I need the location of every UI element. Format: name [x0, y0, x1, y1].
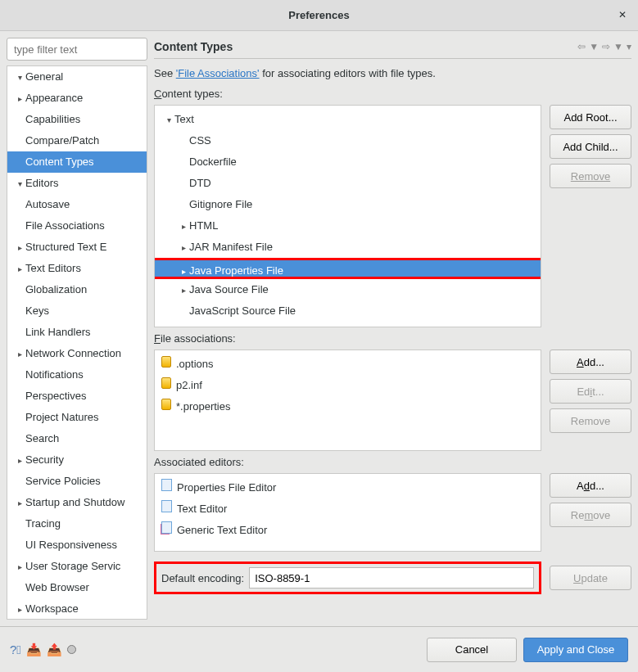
- back-menu-icon[interactable]: ▼: [589, 41, 599, 52]
- content-type-javascript-source-file[interactable]: JavaScript Source File: [155, 300, 541, 322]
- content-type-text[interactable]: ▾Text: [155, 109, 541, 130]
- sidebar-item-search[interactable]: Search: [7, 428, 147, 449]
- encoding-input[interactable]: [249, 567, 534, 589]
- sidebar-item-file-associations[interactable]: File Associations: [7, 215, 147, 237]
- associated-editor-item[interactable]: Text Editor: [155, 498, 541, 520]
- file-associations-link[interactable]: 'File Associations': [176, 67, 260, 79]
- chevron-right-icon[interactable]: ▸: [178, 237, 189, 259]
- chevron-down-icon[interactable]: ▾: [14, 174, 25, 195]
- add-editor-button[interactable]: Add...: [550, 473, 631, 498]
- add-child-button[interactable]: Add Child...: [550, 134, 631, 159]
- import-icon[interactable]: 📥: [26, 643, 42, 657]
- chevron-right-icon[interactable]: ▸: [14, 493, 25, 514]
- sidebar-item-label: Link Handlers: [25, 326, 91, 338]
- chevron-right-icon[interactable]: ▸: [178, 216, 189, 237]
- sidebar-item-network-connection[interactable]: ▸Network Connection: [7, 343, 147, 364]
- content-type-java-properties-file[interactable]: ▸Java Properties File: [154, 258, 541, 279]
- sidebar-item-user-storage-servic[interactable]: ▸User Storage Servic: [7, 556, 147, 577]
- sidebar-item-security[interactable]: ▸Security: [7, 449, 147, 471]
- sidebar-item-globalization[interactable]: Globalization: [7, 279, 147, 300]
- sidebar-item-label: Compare/Patch: [25, 134, 99, 147]
- associated-editors-list[interactable]: Properties File EditorText EditorGeneric…: [154, 473, 541, 552]
- sidebar-item-label: UI Responsiveness: [25, 539, 117, 551]
- sidebar-item-label: Autosave: [25, 198, 70, 210]
- editor-icon: [161, 477, 172, 498]
- content-type-dtd[interactable]: DTD: [155, 173, 541, 194]
- sidebar-item-text-editors[interactable]: ▸Text Editors: [7, 258, 147, 279]
- file-association-item[interactable]: .options: [155, 354, 541, 375]
- remove-content-type-button[interactable]: Remove: [550, 164, 631, 188]
- content-type-gitignore-file[interactable]: Gitignore File: [155, 194, 541, 215]
- content-types-tree[interactable]: ▾TextCSSDockerfileDTDGitignore File▸HTML…: [154, 105, 541, 327]
- remove-association-button[interactable]: Remove: [550, 408, 631, 433]
- sidebar: ▾General▸AppearanceCapabilitiesCompare/P…: [7, 38, 147, 620]
- sidebar-item-notifications[interactable]: Notifications: [7, 364, 147, 386]
- titlebar: Preferences: [0, 0, 638, 31]
- associated-editor-item[interactable]: Properties File Editor: [155, 477, 541, 498]
- sidebar-item-label: Web Browser: [25, 581, 89, 593]
- close-icon[interactable]: [615, 7, 630, 22]
- forward-icon[interactable]: ⇨: [602, 41, 610, 52]
- chevron-right-icon[interactable]: ▸: [14, 557, 25, 578]
- sidebar-item-label: Editors: [25, 177, 58, 189]
- add-root-button[interactable]: Add Root...: [550, 105, 631, 129]
- sidebar-item-keys[interactable]: Keys: [7, 300, 147, 322]
- forward-menu-icon[interactable]: ▼: [613, 41, 623, 52]
- content-type-label: Text: [174, 113, 194, 125]
- chevron-right-icon[interactable]: ▸: [14, 88, 25, 110]
- edit-association-button[interactable]: Edit...: [550, 379, 631, 404]
- remove-editor-button[interactable]: Remove: [550, 503, 631, 527]
- sidebar-item-content-types[interactable]: Content Types: [7, 151, 147, 173]
- add-association-button[interactable]: Add...: [550, 350, 631, 374]
- export-icon[interactable]: 📤: [47, 643, 62, 657]
- sidebar-item-compare-patch[interactable]: Compare/Patch: [7, 130, 147, 151]
- update-button[interactable]: Update: [550, 566, 631, 590]
- content-type-java-source-file[interactable]: ▸Java Source File: [155, 279, 541, 300]
- chevron-right-icon[interactable]: ▸: [14, 344, 25, 365]
- content-type-html[interactable]: ▸HTML: [155, 215, 541, 237]
- chevron-right-icon[interactable]: ▸: [14, 237, 25, 259]
- sidebar-item-tracing[interactable]: Tracing: [7, 513, 147, 534]
- file-associations-list[interactable]: .optionsp2.inf*.properties: [154, 350, 541, 451]
- associated-editor-item[interactable]: Generic Text Editor: [155, 520, 541, 541]
- view-menu-icon[interactable]: ▾: [627, 41, 631, 52]
- sidebar-item-autosave[interactable]: Autosave: [7, 194, 147, 215]
- sidebar-item-label: Network Connection: [25, 347, 121, 359]
- content-type-dockerfile[interactable]: Dockerfile: [155, 151, 541, 173]
- chevron-right-icon[interactable]: ▸: [178, 280, 189, 301]
- sidebar-item-label: File Associations: [25, 219, 105, 232]
- sidebar-item-workspace[interactable]: ▸Workspace: [7, 598, 147, 620]
- sidebar-item-service-policies[interactable]: Service Policies: [7, 471, 147, 492]
- filter-input[interactable]: [7, 38, 147, 61]
- sidebar-item-startup-and-shutdow[interactable]: ▸Startup and Shutdow: [7, 492, 147, 513]
- apply-and-close-button[interactable]: Apply and Close: [523, 638, 628, 662]
- sidebar-item-label: Globalization: [25, 283, 87, 295]
- sidebar-item-perspectives[interactable]: Perspectives: [7, 386, 147, 407]
- file-association-item[interactable]: p2.inf: [155, 375, 541, 396]
- chevron-right-icon[interactable]: ▸: [14, 259, 25, 280]
- lock-icon: [161, 375, 171, 396]
- back-icon[interactable]: ⇦: [577, 41, 586, 52]
- content-type-jar-manifest-file[interactable]: ▸JAR Manifest File: [155, 237, 541, 258]
- sidebar-item-capabilities[interactable]: Capabilities: [7, 109, 147, 130]
- chevron-right-icon[interactable]: ▸: [14, 450, 25, 471]
- help-icon[interactable]: ?⃝: [10, 643, 21, 656]
- sidebar-item-project-natures[interactable]: Project Natures: [7, 407, 147, 428]
- sidebar-item-structured-text-e[interactable]: ▸Structured Text E: [7, 237, 147, 258]
- chevron-right-icon[interactable]: ▸: [14, 599, 25, 620]
- sidebar-item-link-handlers[interactable]: Link Handlers: [7, 322, 147, 343]
- page-title: Content Types: [154, 40, 233, 53]
- chevron-down-icon[interactable]: ▾: [163, 110, 174, 131]
- cancel-button[interactable]: Cancel: [427, 638, 517, 662]
- osgi-icon[interactable]: [67, 645, 76, 654]
- content-type-css[interactable]: CSS: [155, 130, 541, 151]
- sidebar-item-label: Workspace: [25, 602, 79, 615]
- sidebar-item-web-browser[interactable]: Web Browser: [7, 577, 147, 598]
- chevron-down-icon[interactable]: ▾: [14, 67, 25, 88]
- sidebar-item-appearance[interactable]: ▸Appearance: [7, 88, 147, 109]
- sidebar-item-editors[interactable]: ▾Editors: [7, 173, 147, 194]
- sidebar-item-general[interactable]: ▾General: [7, 66, 147, 88]
- file-association-item[interactable]: *.properties: [155, 396, 541, 417]
- intro-text: See 'File Associations' for associating …: [154, 62, 631, 83]
- sidebar-item-ui-responsiveness[interactable]: UI Responsiveness: [7, 534, 147, 556]
